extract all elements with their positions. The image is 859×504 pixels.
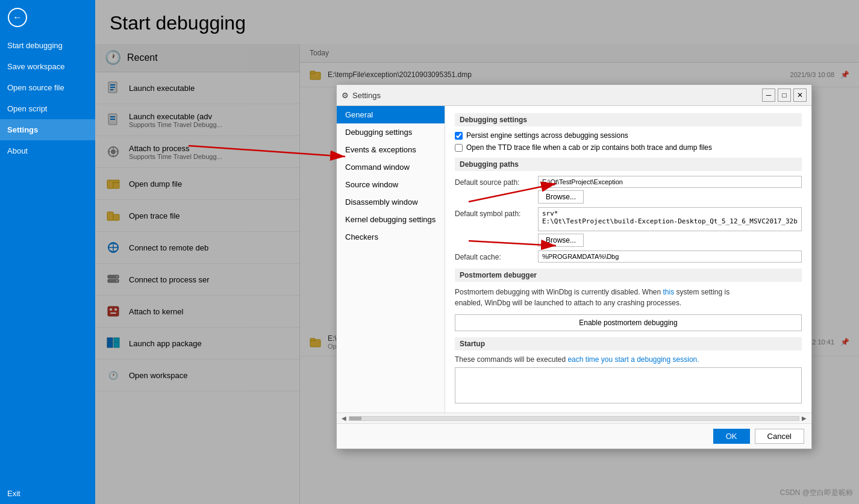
source-path-label: Default source path: [455, 176, 533, 187]
startup-input[interactable] [455, 367, 802, 403]
scrollbar-thumb [349, 417, 361, 420]
source-path-input[interactable] [538, 176, 802, 188]
scroll-left-arrow[interactable]: ◀ [339, 415, 349, 422]
scrollbar-area: ◀ ▶ [337, 412, 811, 423]
dialog-controls: ─ □ ✕ [762, 89, 807, 102]
settings-content: Debugging settings Persist engine settin… [445, 106, 811, 412]
modal-overlay: ⚙ Settings ─ □ ✕ General Debugging s [95, 0, 859, 504]
scrollbar-track[interactable] [349, 416, 799, 421]
sidebar-item-open-source-file[interactable]: Open source file [0, 77, 95, 98]
checkbox-row-2: Open the TTD trace file when a cab or zi… [455, 143, 802, 152]
close-button[interactable]: ✕ [793, 89, 807, 102]
maximize-button[interactable]: □ [778, 89, 791, 102]
scroll-right-arrow[interactable]: ▶ [799, 415, 809, 422]
nav-disassembly-window[interactable]: Disassembly window [337, 193, 445, 211]
checkbox1-label: Persist engine settings across debugging… [466, 131, 628, 140]
sidebar-item-start-debugging[interactable]: Start debugging [0, 35, 95, 56]
cache-label: Default cache: [455, 250, 533, 261]
nav-events-exceptions[interactable]: Events & exceptions [337, 141, 445, 158]
sidebar-item-open-script[interactable]: Open script [0, 98, 95, 119]
form-row-cache: Default cache: [455, 250, 802, 263]
nav-checkers[interactable]: Checkers [337, 228, 445, 246]
sidebar-spacer [0, 161, 95, 483]
nav-kernel-debugging[interactable]: Kernel debugging settings [337, 211, 445, 228]
settings-dialog: ⚙ Settings ─ □ ✕ General Debugging s [336, 84, 812, 449]
checkbox-persist[interactable] [455, 132, 463, 140]
section-startup: Startup [455, 337, 802, 350]
nav-command-window[interactable]: Command window [337, 158, 445, 176]
checkbox-row-1: Persist engine settings across debugging… [455, 131, 802, 140]
postmortem-section: Postmortem debugger Postmortem debugging… [455, 269, 802, 331]
cache-input[interactable] [538, 250, 802, 263]
symbol-path-input[interactable]: srv* E:\Qt\TestProject\build-Exception-D… [538, 207, 802, 231]
section-postmortem: Postmortem debugger [455, 269, 802, 282]
startup-section: Startup These commands will be executed … [455, 337, 802, 405]
section-debugging-settings: Debugging settings [455, 113, 802, 126]
browse-symbol-button[interactable]: Browse... [538, 234, 584, 247]
dialog-footer: OK Cancel [337, 423, 811, 449]
cancel-button[interactable]: Cancel [755, 429, 804, 444]
dialog-body: General Debugging settings Events & exce… [337, 106, 811, 412]
postmortem-text: Postmortem debugging with WinDbg is curr… [455, 287, 802, 308]
dialog-titlebar: ⚙ Settings ─ □ ✕ [337, 85, 811, 106]
settings-nav: General Debugging settings Events & exce… [337, 106, 445, 412]
enable-postmortem-button[interactable]: Enable postmortem debugging [455, 314, 802, 331]
nav-source-window[interactable]: Source window [337, 176, 445, 193]
ok-button[interactable]: OK [713, 429, 750, 444]
nav-general[interactable]: General [337, 106, 445, 123]
startup-text: These commands will be executed each tim… [455, 355, 802, 364]
back-icon: ← [8, 8, 27, 27]
browse-source-button[interactable]: Browse... [538, 190, 584, 204]
sidebar: ← Start debugging Save workspace Open so… [0, 0, 95, 504]
sidebar-item-settings[interactable]: Settings [0, 119, 95, 140]
main-content: Start debugging 🕐 Recent Launch executab… [95, 0, 859, 504]
dialog-title: Settings [352, 91, 381, 100]
checkbox2-label: Open the TTD trace file when a cab or zi… [466, 143, 712, 152]
back-button[interactable]: ← [5, 5, 30, 30]
settings-icon: ⚙ [342, 91, 349, 100]
section-debugging-paths: Debugging paths [455, 158, 802, 171]
form-row-symbol-path: Default symbol path: srv* E:\Qt\TestProj… [455, 207, 802, 247]
sidebar-item-about[interactable]: About [0, 140, 95, 161]
symbol-path-label: Default symbol path: [455, 207, 533, 218]
sidebar-item-save-workspace[interactable]: Save workspace [0, 56, 95, 77]
sidebar-item-exit[interactable]: Exit [0, 483, 95, 504]
form-row-source-path: Default source path: Browse... [455, 176, 802, 204]
nav-debugging-settings[interactable]: Debugging settings [337, 123, 445, 141]
checkbox-ttd[interactable] [455, 144, 463, 152]
minimize-button[interactable]: ─ [762, 89, 775, 102]
